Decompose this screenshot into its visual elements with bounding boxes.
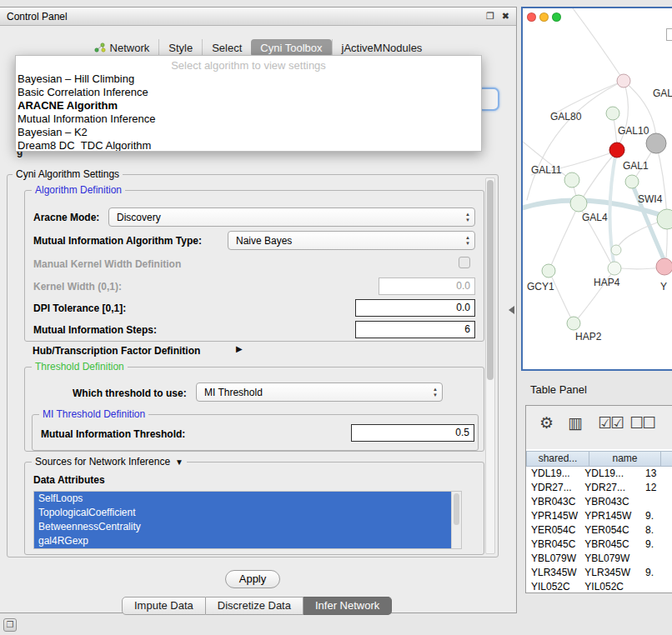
algorithm-option[interactable]: ARACNE Algorithm bbox=[16, 99, 481, 112]
network-node[interactable] bbox=[542, 264, 555, 278]
combo-arrows-icon: ▲▼ bbox=[465, 235, 470, 247]
tab-style[interactable]: Style bbox=[158, 39, 202, 57]
settings-scrollbar[interactable] bbox=[485, 178, 495, 554]
kernel-width-field[interactable]: 0.0 bbox=[379, 278, 475, 295]
table-cell bbox=[640, 580, 672, 593]
table-row[interactable]: YLR345WYLR345W9. bbox=[526, 566, 672, 580]
minimize-traffic-light-icon[interactable] bbox=[539, 12, 549, 22]
settings-gear-icon[interactable]: ⚙ bbox=[539, 413, 552, 432]
attribute-list-item[interactable]: gal4RGexp bbox=[34, 534, 451, 548]
table-row[interactable]: YBR043CYBR043C bbox=[526, 495, 672, 509]
float-window-icon[interactable]: ❐ bbox=[486, 11, 494, 22]
network-view-window[interactable]: GALGAL80GAL10GAL11GAL1SWI4GAL4GCY1HAP4YH… bbox=[521, 7, 672, 371]
table-cell: YER054C bbox=[526, 523, 579, 538]
scrollbar-thumb[interactable] bbox=[487, 180, 494, 380]
hub-definition-label[interactable]: Hub/Transcription Factor Definition bbox=[33, 345, 200, 357]
table-row[interactable]: YBL079WYBL079W bbox=[526, 552, 672, 566]
tab-discretize-data[interactable]: Discretize Data bbox=[206, 597, 303, 615]
mi-threshold-label: Mutual Information Threshold: bbox=[41, 428, 185, 440]
table-row[interactable]: YPR145WYPR145W9. bbox=[526, 509, 672, 523]
deselect-all-rows-icon[interactable]: ☐☐ bbox=[629, 413, 654, 432]
table-row[interactable]: YDR27...YDR27...12 bbox=[526, 481, 672, 495]
tab-infer-network[interactable]: Infer Network bbox=[303, 597, 392, 615]
panel-collapse-arrow[interactable] bbox=[509, 306, 514, 314]
network-node[interactable] bbox=[564, 172, 579, 188]
tab-select[interactable]: Select bbox=[202, 39, 251, 57]
tab-cyni-toolbox[interactable]: Cyni Toolbox bbox=[251, 39, 331, 57]
hub-expander-icon[interactable]: ▶ bbox=[236, 344, 243, 353]
table-row[interactable]: YBR045CYBR045C9. bbox=[526, 538, 672, 552]
network-node[interactable] bbox=[606, 107, 619, 120]
table-cell: YIL052C bbox=[526, 580, 579, 593]
table-cell: YDR27... bbox=[526, 481, 579, 495]
mi-threshold-field[interactable]: 0.5 bbox=[351, 424, 474, 442]
combo-arrows-icon: ▲▼ bbox=[433, 387, 438, 398]
zoom-traffic-light-icon[interactable] bbox=[552, 12, 561, 22]
algorithm-option[interactable]: Dream8 DC_TDC Algorithm bbox=[16, 139, 481, 152]
manual-kernel-width-checkbox[interactable] bbox=[459, 257, 470, 268]
tab-network[interactable]: Network bbox=[85, 39, 159, 57]
sources-expander-icon[interactable]: ▼ bbox=[175, 458, 183, 467]
table-cell: YBR045C bbox=[579, 538, 640, 552]
network-node[interactable] bbox=[611, 245, 621, 255]
mi-algorithm-type-select[interactable]: Naive Bayes ▲▼ bbox=[228, 231, 475, 250]
tab-impute-data[interactable]: Impute Data bbox=[122, 597, 206, 615]
aracne-mode-select[interactable]: Discovery ▲▼ bbox=[108, 208, 475, 227]
mi-steps-field[interactable]: 6 bbox=[355, 321, 475, 338]
network-node[interactable] bbox=[625, 175, 639, 188]
data-attributes-listbox[interactable]: SelfLoopsTopologicalCoefficientBetweenne… bbox=[33, 491, 462, 549]
dpi-tolerance-field[interactable]: 0.0 bbox=[355, 299, 475, 317]
attributes-scrollbar[interactable] bbox=[451, 492, 461, 548]
algorithm-option[interactable]: Bayesian – Hill Climbing bbox=[16, 72, 481, 86]
algorithm-option[interactable]: Basic Correlation Inference bbox=[16, 86, 481, 99]
manual-kernel-width-label: Manual Kernel Width Definition bbox=[33, 258, 181, 270]
table-cell: YLR345W bbox=[579, 566, 640, 580]
sources-title: Sources for Network Inference bbox=[35, 456, 170, 468]
node-label: GAL1 bbox=[623, 160, 649, 172]
network-node[interactable] bbox=[570, 195, 587, 212]
column-header[interactable]: shared... bbox=[526, 451, 589, 467]
network-node[interactable] bbox=[646, 133, 666, 153]
network-node[interactable] bbox=[567, 317, 580, 330]
tab-label: jActiveMNodules bbox=[342, 42, 423, 54]
table-row[interactable]: YIL052CYIL052C bbox=[526, 580, 672, 593]
control-panel-window: Control Panel ❐ ✖ Network Style Select C… bbox=[0, 7, 517, 613]
network-node[interactable] bbox=[617, 74, 630, 88]
which-threshold-select[interactable]: MI Threshold ▲▼ bbox=[196, 382, 443, 402]
aracne-mode-label: Aracne Mode: bbox=[33, 212, 99, 223]
close-window-icon[interactable]: ✖ bbox=[502, 11, 509, 22]
column-selector-icon[interactable]: ▥ bbox=[568, 413, 581, 432]
apply-button[interactable]: Apply bbox=[225, 570, 280, 588]
attribute-list-item[interactable]: SelfLoops bbox=[34, 492, 451, 506]
table-row[interactable]: YER054CYER054C8. bbox=[526, 523, 672, 538]
algorithm-option[interactable]: Bayesian – K2 bbox=[16, 126, 481, 139]
node-label: GAL11 bbox=[531, 164, 562, 176]
table-cell bbox=[640, 495, 672, 509]
docked-panel-icon[interactable]: ❐ bbox=[3, 618, 17, 632]
tab-jactivemodules[interactable]: jActiveMNodules bbox=[332, 39, 432, 57]
node-label: GAL80 bbox=[550, 111, 582, 122]
node-label: GCY1 bbox=[527, 281, 554, 292]
node-GAL10[interactable] bbox=[609, 142, 624, 158]
control-panel-titlebar[interactable]: Control Panel ❐ ✖ bbox=[0, 8, 516, 26]
attribute-list-item[interactable]: BetweennessCentrality bbox=[34, 520, 451, 534]
column-header[interactable]: name bbox=[589, 451, 661, 467]
node-label: GAL10 bbox=[618, 125, 649, 137]
combo-value: Naive Bayes bbox=[236, 235, 292, 247]
select-all-rows-icon[interactable]: ☑☑ bbox=[598, 413, 623, 432]
node-label: HAP4 bbox=[594, 277, 620, 288]
mi-threshold-group: MI Threshold Definition Mutual Informati… bbox=[32, 414, 479, 451]
table-row[interactable]: YDL19...YDL19...13 bbox=[526, 467, 672, 481]
algorithm-option[interactable]: Mutual Information Inference bbox=[16, 112, 481, 126]
scrollbar-thumb[interactable] bbox=[454, 493, 459, 525]
network-canvas[interactable]: GALGAL80GAL10GAL11GAL1SWI4GAL4GCY1HAP4YH… bbox=[523, 8, 672, 369]
attribute-list-item[interactable]: TopologicalCoefficient bbox=[34, 506, 451, 520]
table-cell: YBR043C bbox=[579, 495, 640, 509]
close-traffic-light-icon[interactable] bbox=[527, 12, 536, 22]
sources-title-wrap[interactable]: Sources for Network Inference ▼ bbox=[32, 456, 187, 468]
column-header[interactable] bbox=[661, 451, 672, 467]
network-node[interactable] bbox=[608, 262, 621, 275]
network-node[interactable] bbox=[656, 258, 672, 275]
algorithm-definition-title: Algorithm Definition bbox=[32, 184, 125, 196]
combo-value: MI Threshold bbox=[204, 387, 263, 398]
